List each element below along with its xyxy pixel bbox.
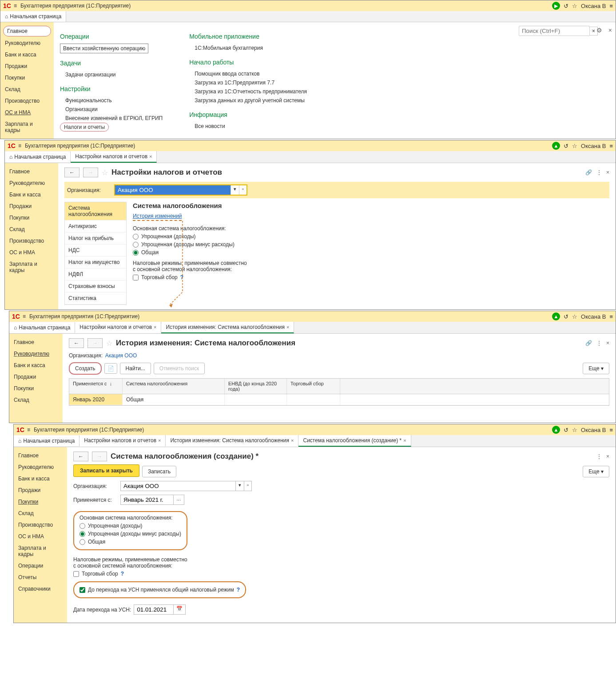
check-usn-prev[interactable]	[79, 587, 85, 593]
sidebar-item[interactable]: Зарплата и кадры	[5, 258, 58, 276]
radio-usn-expense[interactable]	[79, 531, 85, 537]
sidebar-item[interactable]: Зарплата и кадры	[14, 542, 67, 560]
close-icon[interactable]: ×	[403, 438, 406, 443]
sidebar-item[interactable]: Операции	[14, 560, 67, 572]
sidebar-item[interactable]: ОС и НМА	[14, 531, 67, 542]
find-button[interactable]: Найти...	[120, 363, 151, 374]
open-icon[interactable]: ▫	[244, 481, 252, 491]
forward-button[interactable]: →	[92, 452, 107, 461]
hamburger-icon[interactable]: ≡	[27, 427, 30, 433]
sidebar-item[interactable]: Продажи	[9, 371, 63, 383]
help-icon[interactable]: ?	[121, 571, 124, 577]
close-icon[interactable]: ×	[606, 340, 609, 346]
close-icon[interactable]: ×	[608, 27, 612, 34]
star-icon[interactable]: ☆	[106, 339, 112, 348]
close-icon[interactable]: ×	[606, 169, 609, 176]
sidebar-item[interactable]: Главное	[14, 450, 67, 461]
sidebar-item[interactable]: ОС и НМА	[0, 107, 54, 118]
history-link[interactable]: История изменений	[133, 213, 182, 221]
save-button[interactable]: Записать	[142, 466, 176, 477]
org-input[interactable]	[120, 481, 236, 491]
create-button[interactable]: Создать	[69, 362, 102, 375]
star-icon[interactable]: ☆	[572, 427, 577, 433]
sidebar-item[interactable]: Продажи	[14, 484, 67, 496]
home-tab[interactable]: ⌂ Начальная страница	[0, 11, 66, 22]
link-item[interactable]: 1С:Мобильная бухгалтерия	[189, 44, 307, 52]
search-input[interactable]	[519, 26, 590, 36]
tax-nav-item[interactable]: Страховые взносы	[65, 280, 126, 292]
radio-usn-expense[interactable]	[133, 242, 139, 248]
history-icon[interactable]: ↺	[564, 427, 568, 433]
help-icon[interactable]: ?	[237, 587, 240, 593]
back-button[interactable]: ←	[64, 168, 79, 177]
menu-icon[interactable]: ≡	[609, 427, 613, 433]
sidebar-item[interactable]: Производство	[5, 235, 58, 247]
radio-usn-income[interactable]	[133, 234, 139, 240]
sidebar-item[interactable]: Руководителю	[0, 37, 54, 49]
more-button[interactable]: Еще ▾	[583, 363, 609, 374]
link-item[interactable]: Задачи организации	[60, 70, 163, 79]
star-icon[interactable]: ☆	[102, 168, 108, 177]
sidebar-item-main[interactable]: Главное	[3, 26, 51, 36]
home-tab[interactable]: ⌂Начальная страница	[14, 436, 79, 446]
history-icon[interactable]: ↺	[564, 143, 568, 149]
radio-general[interactable]	[133, 250, 139, 256]
bell-icon[interactable]: ▲	[552, 426, 560, 434]
sidebar-item[interactable]: Банк и касса	[0, 49, 54, 60]
tax-nav-item[interactable]: НДФЛ	[65, 268, 126, 280]
user-name[interactable]: Оксана В	[581, 313, 606, 320]
tab-create[interactable]: Система налогообложения (создание) *×	[298, 435, 411, 447]
col-header[interactable]: Система налогообложения	[123, 379, 225, 394]
link-taxes-reports[interactable]: Налоги и отчеты	[60, 123, 109, 132]
link-icon[interactable]: 🔗	[585, 169, 592, 176]
sidebar-item[interactable]: Банк и касса	[5, 189, 58, 200]
history-icon[interactable]: ↺	[564, 3, 568, 9]
sidebar-item[interactable]: Продажи	[5, 200, 58, 212]
dropdown-icon[interactable]: ▾	[231, 185, 239, 195]
link-item[interactable]: Загрузка данных из другой учетной систем…	[189, 96, 307, 105]
tab-history[interactable]: История изменения: Система налогообложен…	[161, 322, 294, 333]
link-item[interactable]: Загрузка из 1С:Отчетность предпринимател…	[189, 87, 307, 96]
help-icon[interactable]: ?	[180, 274, 183, 280]
more-icon[interactable]: ⋮	[596, 340, 602, 346]
more-icon[interactable]: ⋮	[596, 169, 602, 176]
close-icon[interactable]: ×	[149, 154, 152, 159]
sidebar-item[interactable]: Отчеты	[14, 572, 67, 583]
applies-input[interactable]	[120, 495, 174, 505]
table-row[interactable]: Январь 2020 Общая	[69, 394, 609, 405]
check-trade-fee[interactable]	[133, 275, 139, 280]
gear-icon[interactable]: ⚙	[596, 27, 602, 34]
copy-button[interactable]: 📄	[104, 363, 117, 374]
forward-button[interactable]: →	[87, 338, 103, 348]
bell-icon[interactable]: ▲	[552, 142, 560, 150]
link-item[interactable]: Организации	[60, 105, 163, 114]
sidebar-item[interactable]: Банк и касса	[14, 473, 67, 484]
close-icon[interactable]: ×	[291, 438, 294, 443]
tax-nav-item[interactable]: Налог на имущество	[65, 256, 126, 268]
sidebar-item[interactable]: Производство	[0, 95, 54, 107]
ellipsis-icon[interactable]: …	[174, 495, 184, 505]
tax-nav-item[interactable]: Статистика	[65, 292, 126, 304]
sidebar-item[interactable]: Покупки	[5, 212, 58, 224]
tax-nav-item[interactable]: Налог на прибыль	[65, 232, 126, 244]
forward-button[interactable]: →	[83, 168, 98, 177]
menu-icon[interactable]: ≡	[609, 3, 613, 9]
user-name[interactable]: Оксана В	[581, 427, 606, 433]
tab-history[interactable]: История изменения: Система налогообложен…	[166, 435, 298, 447]
sidebar-item[interactable]: Зарплата и кадры	[0, 118, 54, 136]
sidebar-item[interactable]: Склад	[14, 508, 67, 519]
sidebar-item[interactable]: Склад	[0, 84, 54, 95]
user-name[interactable]: Оксана В	[581, 3, 606, 9]
radio-general[interactable]	[79, 539, 85, 545]
link-enter-op[interactable]: Ввести хозяйственную операцию	[60, 44, 148, 53]
close-icon[interactable]: ×	[154, 324, 156, 330]
sidebar-item[interactable]: ОС и НМА	[5, 247, 58, 258]
close-icon[interactable]: ×	[606, 453, 609, 460]
back-button[interactable]: ←	[69, 338, 84, 348]
more-icon[interactable]: ⋮	[596, 453, 602, 460]
sidebar-item[interactable]: Руководителю	[14, 461, 67, 473]
save-close-button[interactable]: Записать и закрыть	[73, 464, 139, 477]
sidebar-item[interactable]: Склад	[5, 224, 58, 235]
hamburger-icon[interactable]: ≡	[23, 313, 26, 320]
play-icon[interactable]: ▶	[552, 2, 560, 10]
